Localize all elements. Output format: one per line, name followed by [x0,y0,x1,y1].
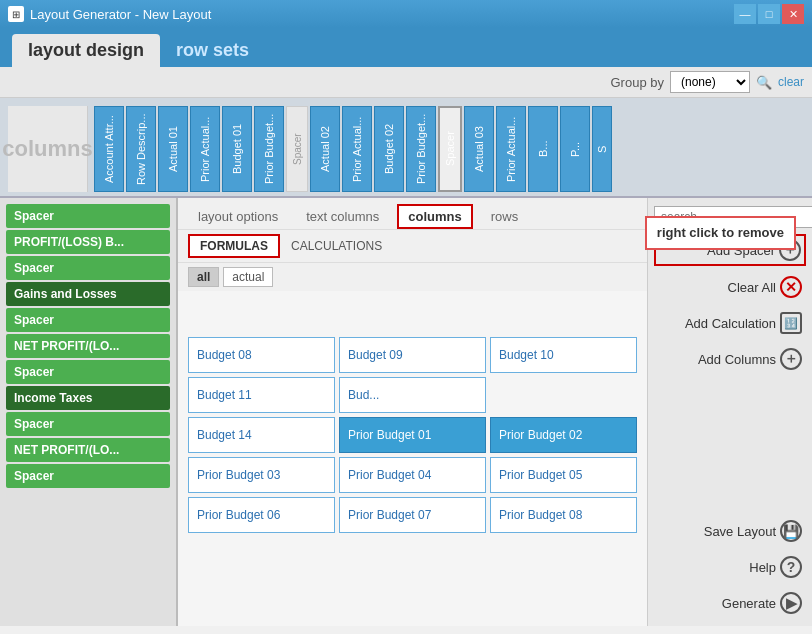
col-b[interactable]: B... [528,106,558,192]
groupby-search-icon: 🔍 [756,75,772,90]
filter-all[interactable]: all [188,267,219,287]
sidebar-spacer-5[interactable]: Spacer [6,412,170,436]
groupby-bar: Group by (none) 🔍 clear [0,67,812,98]
save-layout-button[interactable]: Save Layout 💾 [654,516,806,546]
generate-button[interactable]: Generate ▶ [654,588,806,618]
subtab-calculations[interactable]: CALCULATIONS [280,235,393,257]
grid-card-prior-budget08[interactable]: Prior Budget 08 [490,497,637,533]
close-button[interactable]: ✕ [782,4,804,24]
grid-card-prior-budget03[interactable]: Prior Budget 03 [188,457,335,493]
col-prior-actual1[interactable]: Prior Actual... [190,106,220,192]
col-row-descrip[interactable]: Row Descrip... [126,106,156,192]
grid-card-prior-budget05[interactable]: Prior Budget 05 [490,457,637,493]
grid-card-budget10[interactable]: Budget 10 [490,337,637,373]
clear-all-icon: ✕ [780,276,802,298]
col-prior-budget2[interactable]: Prior Budget... [406,106,436,192]
tab-row-sets[interactable]: row sets [160,34,265,67]
help-button[interactable]: Help ? [654,552,806,582]
left-sidebar: Spacer PROFIT/(LOSS) B... Spacer Gains a… [0,198,178,626]
groupby-clear-link[interactable]: clear [778,75,804,89]
grid-card-prior-budget06[interactable]: Prior Budget 06 [188,497,335,533]
col-p[interactable]: P... [560,106,590,192]
sidebar-spacer-4[interactable]: Spacer [6,360,170,384]
grid-card-prior-budget02[interactable]: Prior Budget 02 [490,417,637,453]
window-title: Layout Generator - New Layout [30,7,211,22]
sidebar-spacer-3[interactable]: Spacer [6,308,170,332]
help-icon: ? [780,556,802,578]
col-s[interactable]: S [592,106,612,192]
grid-card-prior-budget04[interactable]: Prior Budget 04 [339,457,486,493]
grid-card-prior-budget07[interactable]: Prior Budget 07 [339,497,486,533]
center-area: layout options text columns columns rows… [178,198,647,626]
col-prior-budget1[interactable]: Prior Budget... [254,106,284,192]
sidebar-income-taxes[interactable]: Income Taxes [6,386,170,410]
add-calculation-icon: 🔢 [780,312,802,334]
add-columns-icon: ＋ [780,348,802,370]
clear-all-button[interactable]: Clear All ✕ [654,272,806,302]
col-prior-actual3[interactable]: Prior Actual... [496,106,526,192]
columns-scroll-area: columns Account Attr... Row Descrip... A… [0,98,812,198]
grid-card-budget11[interactable]: Budget 11 [188,377,335,413]
grid-card-prior-budget01[interactable]: Prior Budget 01 [339,417,486,453]
grid-card-empty-3[interactable] [490,297,637,333]
col-account-attr[interactable]: Account Attr... [94,106,124,192]
sidebar-gains-losses[interactable]: Gains and Losses [6,282,170,306]
sidebar-spacer-2[interactable]: Spacer [6,256,170,280]
col-spacer1[interactable]: Spacer [286,106,308,192]
help-label: Help [749,560,776,575]
save-layout-label: Save Layout [704,524,776,539]
tab-columns[interactable]: columns [397,204,472,229]
grid-card-empty-4[interactable] [490,377,637,413]
add-columns-label: Add Columns [698,352,776,367]
sidebar-net-profit-2[interactable]: NET PROFIT/(LO... [6,438,170,462]
grid-card-bud[interactable]: Bud... [339,377,486,413]
tab-text-columns[interactable]: text columns [296,205,389,228]
clear-all-label: Clear All [728,280,776,295]
generate-label: Generate [722,596,776,611]
col-budget01[interactable]: Budget 01 [222,106,252,192]
grid-card-empty-1[interactable] [188,297,335,333]
groupby-label: Group by [611,75,664,90]
columns-grid: Budget 08 Budget 09 Budget 10 Budget 11 … [178,291,647,626]
add-columns-button[interactable]: Add Columns ＋ [654,344,806,374]
tab-layout-options[interactable]: layout options [188,205,288,228]
grid-card-budget14[interactable]: Budget 14 [188,417,335,453]
add-calculation-button[interactable]: Add Calculation 🔢 [654,308,806,338]
right-click-tooltip: right click to remove [645,216,796,250]
col-prior-actual2[interactable]: Prior Actual... [342,106,372,192]
col-actual01[interactable]: Actual 01 [158,106,188,192]
sub-tabs-row: FORMULAS CALCULATIONS [178,230,647,263]
tab-rows[interactable]: rows [481,205,528,228]
col-actual03[interactable]: Actual 03 [464,106,494,192]
maximize-button[interactable]: □ [758,4,780,24]
columns-label-area: columns [8,106,88,192]
save-layout-icon: 💾 [780,520,802,542]
grid-card-budget09[interactable]: Budget 09 [339,337,486,373]
generate-icon: ▶ [780,592,802,614]
main-content: Spacer PROFIT/(LOSS) B... Spacer Gains a… [0,198,812,626]
right-sidebar: 🔍 clear Add Spacer ＋ Clear All ✕ Add Cal… [647,198,812,626]
subtab-formulas[interactable]: FORMULAS [188,234,280,258]
groupby-select[interactable]: (none) [670,71,750,93]
nav-area: layout design row sets [0,28,812,67]
filter-tabs-row: all actual [178,263,647,291]
tab-layout-design[interactable]: layout design [12,34,160,67]
app-icon: ⊞ [8,6,24,22]
sidebar-profit-1[interactable]: PROFIT/(LOSS) B... [6,230,170,254]
sidebar-spacer-6[interactable]: Spacer [6,464,170,488]
col-actual02[interactable]: Actual 02 [310,106,340,192]
sidebar-spacer-1[interactable]: Spacer [6,204,170,228]
titlebar: ⊞ Layout Generator - New Layout — □ ✕ [0,0,812,28]
options-tabs-row: layout options text columns columns rows [178,198,647,230]
grid-card-empty-2[interactable] [339,297,486,333]
col-budget02[interactable]: Budget 02 [374,106,404,192]
add-calculation-label: Add Calculation [685,316,776,331]
filter-actual[interactable]: actual [223,267,273,287]
minimize-button[interactable]: — [734,4,756,24]
grid-card-budget08[interactable]: Budget 08 [188,337,335,373]
col-spacer2-active[interactable]: Spacer [438,106,462,192]
sidebar-net-profit-1[interactable]: NET PROFIT/(LO... [6,334,170,358]
